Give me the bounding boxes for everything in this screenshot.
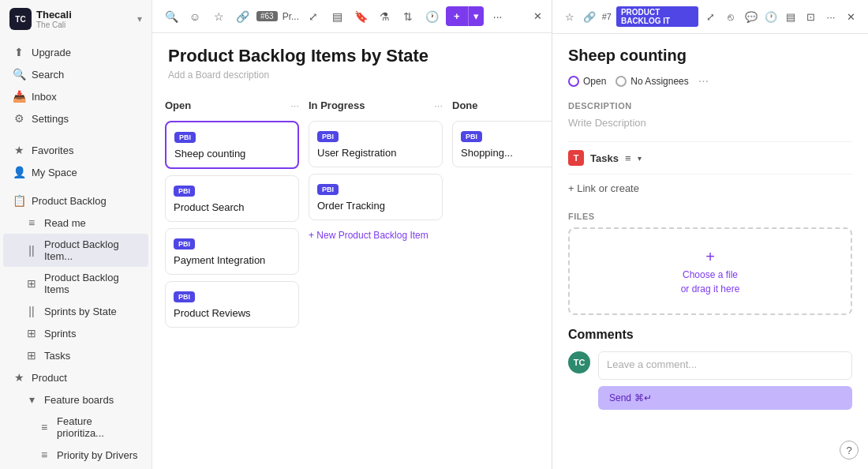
sidebar-item-read-me[interactable]: ≡ Read me [3,212,148,234]
panel-expand-icon[interactable]: ⤢ [703,7,718,26]
files-dropzone[interactable]: + Choose a file or drag it here [568,227,852,315]
status-open-button[interactable]: Open [568,76,606,87]
sidebar-item-product[interactable]: ★ Product [3,366,148,388]
sort-icon[interactable]: ⇅ [398,7,417,26]
sidebar-item-upgrade[interactable]: ⬆ Upgrade [3,41,148,63]
card-reviews[interactable]: PBI Product Reviews [165,281,299,328]
board-description[interactable]: Add a Board description [168,69,536,81]
sidebar-item-label: Feature prioritiza... [57,415,139,439]
expand-icon[interactable]: ⤢ [304,7,323,26]
panel-duplicate-icon[interactable]: ⊡ [803,7,818,26]
card-title: Payment Integration [174,254,290,266]
panel-layout-icon[interactable]: ▤ [784,7,799,26]
column-title: In Progress [309,99,365,111]
filter-icon[interactable]: ⚗ [375,7,394,26]
panel-comment-icon[interactable]: 💬 [743,7,758,26]
clock-icon[interactable]: 🕐 [422,7,441,26]
sidebar-item-sprints[interactable]: ⊞ Sprints [3,322,148,344]
sidebar-item-label: Favorites [32,144,73,156]
assignee-circle [615,76,627,87]
dropzone-text-line1: Choose a file [589,269,832,280]
myspace-icon: 👤 [13,166,25,178]
feature-boards-caret: ▾ [25,393,38,406]
column-menu-icon[interactable]: ··· [290,99,299,111]
link-icon[interactable]: 🔗 [233,7,252,26]
card-search[interactable]: PBI Product Search [165,175,299,222]
card-badge: PBI [461,131,482,142]
star-icon[interactable]: ☆ [209,7,228,26]
tasks-row: T Tasks ≡ ▾ [568,141,852,174]
status-label: Open [583,76,606,87]
panel-time-icon[interactable]: 🕐 [763,7,778,26]
sidebar-item-favorites[interactable]: ★ Favorites [3,139,148,161]
sidebar-item-label: My Space [32,167,77,178]
card-title: Order Tracking [317,200,434,212]
card-badge: PBI [174,132,196,143]
write-description[interactable]: Write Description [568,117,852,129]
panel-star-icon[interactable]: ☆ [562,7,577,26]
panel-more-icon[interactable]: ··· [823,7,838,26]
sidebar-item-tasks[interactable]: ⊞ Tasks [3,344,148,366]
panel-status-row: Open No Assignees ··· [568,74,852,88]
assignee-button[interactable]: No Assignees [615,76,688,87]
sidebar-item-inbox[interactable]: 📥 Inbox [3,85,148,107]
panel-close-icon[interactable]: ✕ [844,7,859,26]
column-menu-icon[interactable]: ··· [434,99,443,111]
card-title: Product Reviews [174,307,290,319]
sidebar-item-feature-prioritize[interactable]: ≡ Feature prioritiza... [3,411,148,444]
sidebar-item-settings[interactable]: ⚙ Settings [3,107,148,129]
card-badge: PBI [174,186,195,197]
close-icon[interactable]: ✕ [533,10,542,22]
card-sheep[interactable]: PBI Sheep counting [165,121,299,169]
card-payment[interactable]: PBI Payment Integration [165,228,299,275]
panel-share-icon[interactable]: ⎋ [724,7,739,26]
sidebar-item-pbi[interactable]: ⊞ Product Backlog Items [3,267,148,300]
send-button[interactable]: Send ⌘↵ [598,386,852,410]
layout-icon[interactable]: ▤ [327,7,346,26]
board-header: Product Backlog Items by State Add a Boa… [152,33,552,87]
main-board: 🔍 ☺ ☆ 🔗 #63 Pr... ⤢ ▤ 🔖 ⚗ ⇅ 🕐 + ▾ ··· ✕ … [152,0,552,469]
product-backlog-icon: 📋 [13,194,25,207]
sidebar-item-feature-boards[interactable]: ▾ Feature boards [3,388,148,411]
sidebar-item-search[interactable]: 🔍 Search [3,63,148,85]
add-caret-button[interactable]: ▾ [468,6,484,26]
sidebar-item-rice-view[interactable]: ≡ RICE view [3,466,148,469]
add-button[interactable]: + [446,6,468,26]
help-button[interactable]: ? [840,441,859,460]
inbox-icon: 📥 [13,90,25,103]
sidebar-item-product-backlog[interactable]: 📋 Product Backlog [3,189,148,212]
add-pbi-button[interactable]: + New Product Backlog Item [309,227,443,244]
tasks-caret-icon[interactable]: ▾ [638,154,642,163]
sidebar-item-myspace[interactable]: 👤 My Space [3,161,148,183]
sidebar-item-priority-drivers[interactable]: ≡ Priority by Drivers [3,444,148,466]
sidebar-item-sprints-by-state[interactable]: || Sprints by State [3,300,148,322]
product-icon: ★ [13,371,25,384]
card-order[interactable]: PBI Order Tracking [309,174,443,220]
sidebar-nav: ⬆ Upgrade 🔍 Search 📥 Inbox ⚙ Settings [0,38,152,133]
workspace-caret[interactable]: ▾ [137,13,142,24]
panel-options-icon[interactable]: ··· [698,74,709,88]
status-circle [568,76,579,87]
card-user-reg[interactable]: PBI User Registration [309,121,443,167]
panel-link-icon[interactable]: 🔗 [582,7,597,26]
comment-input[interactable]: Leave a comment... [598,351,852,380]
sidebar-item-pbi-state[interactable]: || Product Backlog Item... [3,234,148,267]
link-create-button[interactable]: + Link or create [568,174,852,202]
sidebar-item-label: Read me [44,217,86,229]
tasks-list-icon[interactable]: ≡ [625,152,631,164]
card-badge: PBI [317,184,339,195]
workspace-header[interactable]: TC Thecali The Cali ▾ [0,0,152,38]
sidebar-item-label: Tasks [44,350,70,362]
favorites-icon: ★ [13,144,25,156]
panel-issue-number: #7 [602,12,612,21]
card-shopping[interactable]: PBI Shopping... [452,121,552,167]
search-toolbar-icon[interactable]: 🔍 [162,7,181,26]
card-title: Sheep counting [174,148,290,159]
sprints-icon: ⊞ [25,327,38,340]
comments-label: Comments [568,328,852,342]
more-icon[interactable]: ··· [488,7,507,26]
card-badge: PBI [317,131,339,142]
add-button-group: + ▾ [446,6,484,26]
bookmark-icon[interactable]: 🔖 [351,7,370,26]
emoji-icon[interactable]: ☺ [185,7,204,26]
